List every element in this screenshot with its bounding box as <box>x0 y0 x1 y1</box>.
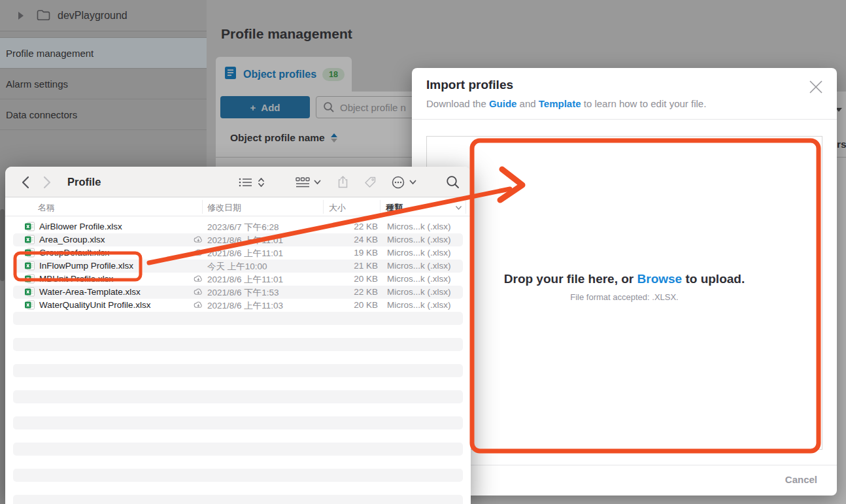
file-size: 20 KB <box>332 274 378 284</box>
finder-file-row[interactable]: WaterQualityUnit Profile.xlsx2021/8/6 上午… <box>5 299 471 312</box>
file-name[interactable]: WaterQualityUnit Profile.xlsx <box>39 300 151 310</box>
finder-empty-row <box>5 416 471 429</box>
forward-button[interactable] <box>43 167 52 197</box>
chevron-down-icon[interactable] <box>314 167 321 197</box>
file-kind: Micros...k (.xlsx) <box>387 287 451 297</box>
finder-toolbar: Profile <box>5 167 471 197</box>
guide-link[interactable]: Guide <box>489 98 517 109</box>
file-date: 2021/8/6 上午11:01 <box>207 274 283 286</box>
excel-file-icon <box>25 261 35 273</box>
row-stripe <box>13 338 463 351</box>
finder-window: Profile <box>5 167 471 504</box>
finder-empty-row <box>5 429 471 443</box>
finder-empty-row <box>5 443 471 456</box>
cloud-download-icon <box>192 235 203 246</box>
row-stripe <box>13 312 463 325</box>
finder-empty-row <box>5 377 471 390</box>
finder-empty-row <box>5 456 471 469</box>
file-date: 2023/6/7 下午6:28 <box>207 222 279 233</box>
finder-empty-row <box>5 312 471 325</box>
column-header-name[interactable]: 名稱 <box>38 202 55 214</box>
import-profiles-modal: Import profiles Download the Guide and T… <box>412 68 837 496</box>
finder-empty-row <box>5 390 471 403</box>
modal-footer: Cancel <box>412 465 837 496</box>
finder-empty-row <box>5 482 471 495</box>
file-date: 2021/8/6 上午11:01 <box>207 235 283 246</box>
excel-file-icon <box>25 235 35 246</box>
file-size: 22 KB <box>332 222 378 231</box>
file-name[interactable]: InFlowPump Profile.xlsx <box>39 261 133 271</box>
modal-subtitle: Download the Guide and Template to learn… <box>426 98 822 109</box>
cloud-download-icon <box>192 248 203 259</box>
more-circle-icon[interactable] <box>391 167 405 197</box>
chevron-down-icon[interactable] <box>455 203 462 212</box>
file-kind: Micros...k (.xlsx) <box>387 261 451 271</box>
excel-file-icon <box>25 222 35 233</box>
screen: devPlayground Profile management Alarm s… <box>0 0 846 504</box>
finder-empty-row <box>5 325 471 338</box>
template-link[interactable]: Template <box>539 98 581 109</box>
chevron-down-icon[interactable] <box>409 167 416 197</box>
excel-file-icon <box>25 248 35 260</box>
file-dropzone[interactable]: Drop your file here, or Browse to upload… <box>426 136 822 450</box>
cloud-download-icon <box>192 301 203 311</box>
modal-header: Import profiles Download the Guide and T… <box>412 68 837 120</box>
file-name[interactable]: Water-Area-Template.xlsx <box>39 287 141 297</box>
finder-file-row[interactable]: MBUnit Profile.xlsx2021/8/6 上午11:0120 KB… <box>5 273 471 286</box>
finder-empty-row <box>5 338 471 351</box>
row-stripe <box>13 469 463 482</box>
cancel-button[interactable]: Cancel <box>781 473 821 486</box>
finder-column-headers: 名稱 修改日期 大小 種類 <box>5 197 471 216</box>
excel-file-icon <box>25 287 35 299</box>
finder-file-row[interactable]: AirBlower Profile.xlsx2023/6/7 下午6:2822 … <box>5 220 471 233</box>
finder-file-row[interactable]: GroupDefault.xlsx2021/8/6 上午11:0119 KBMi… <box>5 246 471 260</box>
file-size: 21 KB <box>332 261 378 271</box>
file-kind: Micros...k (.xlsx) <box>387 222 451 231</box>
file-name[interactable]: Area_Group.xlsx <box>39 235 105 244</box>
dropzone-text: Drop your file here, or Browse to upload… <box>504 272 745 286</box>
file-name[interactable]: AirBlower Profile.xlsx <box>39 222 122 231</box>
file-date: 2021/8/6 下午1:53 <box>207 287 279 299</box>
column-header-date-modified[interactable]: 修改日期 <box>207 202 241 214</box>
file-date: 2021/8/6 上午11:01 <box>207 248 283 260</box>
finder-rows: AirBlower Profile.xlsx2023/6/7 下午6:2822 … <box>5 220 471 504</box>
back-button[interactable] <box>21 167 29 197</box>
cloud-download-icon <box>192 275 203 285</box>
finder-file-row[interactable]: InFlowPump Profile.xlsx今天 上午10:0021 KBMi… <box>5 260 471 273</box>
finder-window-title: Profile <box>67 167 101 197</box>
finder-empty-row <box>5 351 471 364</box>
row-stripe <box>13 495 463 504</box>
file-kind: Micros...k (.xlsx) <box>387 274 451 284</box>
finder-file-row[interactable]: Water-Area-Template.xlsx2021/8/6 下午1:532… <box>5 286 471 299</box>
file-date: 2021/8/6 上午11:03 <box>207 300 283 312</box>
file-kind: Micros...k (.xlsx) <box>387 300 451 310</box>
browse-link[interactable]: Browse <box>637 272 683 286</box>
excel-file-icon <box>25 300 35 312</box>
row-stripe <box>13 390 463 403</box>
group-icon[interactable] <box>295 167 311 197</box>
file-date: 今天 上午10:00 <box>207 261 267 273</box>
finder-empty-row <box>5 364 471 377</box>
file-kind: Micros...k (.xlsx) <box>387 248 451 258</box>
row-stripe <box>13 364 463 377</box>
list-view-icon[interactable] <box>239 167 253 197</box>
file-kind: Micros...k (.xlsx) <box>387 235 451 244</box>
excel-file-icon <box>25 274 35 286</box>
cloud-download-icon <box>192 288 203 298</box>
file-name[interactable]: GroupDefault.xlsx <box>39 248 109 258</box>
finder-empty-row <box>5 403 471 416</box>
column-header-size[interactable]: 大小 <box>329 202 346 214</box>
share-icon <box>337 167 349 197</box>
tag-icon <box>364 167 377 197</box>
file-name[interactable]: MBUnit Profile.xlsx <box>39 274 113 284</box>
modal-title: Import profiles <box>426 78 822 92</box>
row-stripe <box>13 443 463 456</box>
close-icon[interactable] <box>807 78 825 96</box>
dropzone-hint: File format accepted: .XLSX. <box>570 292 678 302</box>
file-size: 20 KB <box>332 300 378 310</box>
finder-file-row[interactable]: Area_Group.xlsx2021/8/6 上午11:0124 KBMicr… <box>5 233 471 246</box>
search-icon[interactable] <box>446 167 460 197</box>
sort-updown-icon[interactable] <box>258 167 265 197</box>
file-size: 22 KB <box>332 287 378 297</box>
column-header-kind[interactable]: 種類 <box>386 202 403 214</box>
